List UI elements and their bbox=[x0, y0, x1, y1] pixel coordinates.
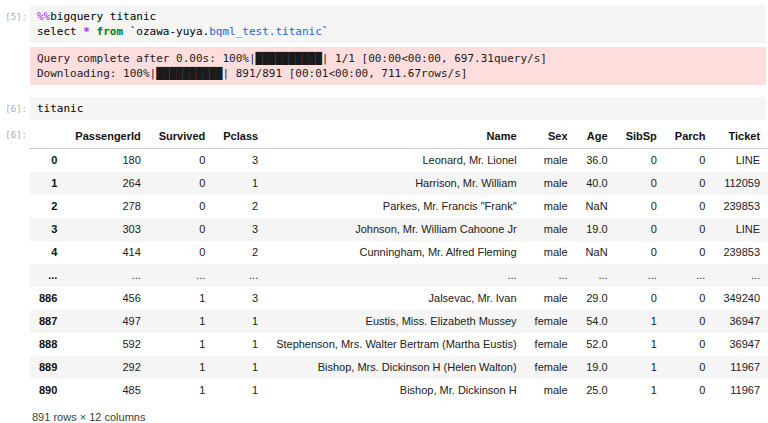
table-cell: 0 bbox=[617, 172, 666, 195]
table-row: 126401Harrison, Mr. Williammale40.000112… bbox=[30, 172, 768, 195]
table-cell: 1 bbox=[150, 287, 214, 310]
code-cell-query: [5]: %%bigquery titanic select * from `o… bbox=[0, 5, 768, 43]
table-cell: Johnson, Mr. William Cahoone Jr bbox=[267, 218, 525, 241]
table-cell: 1 bbox=[214, 172, 267, 195]
table-cell: 36.0 bbox=[577, 149, 617, 173]
column-header-sibsp: SibSp bbox=[617, 125, 666, 149]
table-cell: 1 bbox=[617, 333, 666, 356]
df-header-row: PassengerIdSurvivedPclassNameSexAgeSibSp… bbox=[30, 125, 768, 149]
table-cell: 3 bbox=[214, 149, 267, 173]
table-row: 89048511Bishop, Mr. Dickinson Hmale25.01… bbox=[30, 379, 768, 402]
table-row: 88929211Bishop, Mrs. Dickinson H (Helen … bbox=[30, 356, 768, 379]
table-cell: 1 bbox=[617, 310, 666, 333]
table-row: 330303Johnson, Mr. William Cahoone Jrmal… bbox=[30, 218, 768, 241]
table-cell: Cunningham, Mr. Alfred Fleming bbox=[267, 241, 525, 264]
sql-from-keyword: from bbox=[97, 25, 124, 38]
table-cell: 112059 bbox=[714, 172, 768, 195]
magic-command: bigquery titanic bbox=[50, 10, 156, 23]
table-cell: male bbox=[526, 172, 577, 195]
table-cell: ... bbox=[150, 264, 214, 287]
row-index: 3 bbox=[30, 218, 66, 241]
table-cell: 3 bbox=[214, 218, 267, 241]
table-cell: 497 bbox=[66, 310, 149, 333]
table-cell: ... bbox=[267, 264, 525, 287]
code-editor-display[interactable]: titanic bbox=[30, 97, 766, 120]
table-cell: 0 bbox=[666, 241, 715, 264]
table-cell: Harrison, Mr. William bbox=[267, 172, 525, 195]
table-cell: 0 bbox=[666, 333, 715, 356]
table-cell: 29.0 bbox=[577, 287, 617, 310]
table-cell: female bbox=[526, 310, 577, 333]
table-cell: 11967 bbox=[714, 356, 768, 379]
table-cell: 0 bbox=[617, 287, 666, 310]
output-prompt-6: [6]: bbox=[0, 123, 30, 142]
table-cell: 0 bbox=[666, 310, 715, 333]
row-index: 1 bbox=[30, 172, 66, 195]
column-header-survived: Survived bbox=[150, 125, 214, 149]
sql-select: select bbox=[37, 25, 83, 38]
table-cell: 0 bbox=[617, 195, 666, 218]
magic-marker: %% bbox=[37, 10, 50, 23]
column-header-ticket: Ticket bbox=[714, 125, 768, 149]
row-index: 887 bbox=[30, 310, 66, 333]
table-cell: 0 bbox=[617, 241, 666, 264]
table-row: 227802Parkes, Mr. Francis "Frank"maleNaN… bbox=[30, 195, 768, 218]
table-cell: Eustis, Miss. Elizabeth Mussey bbox=[267, 310, 525, 333]
table-cell: 0 bbox=[666, 172, 715, 195]
code-editor-query[interactable]: %%bigquery titanic select * from `ozawa-… bbox=[30, 5, 766, 43]
query-progress-line: Query complete after 0.00s: 100%|███████… bbox=[37, 52, 547, 65]
table-cell: Stephenson, Mrs. Walter Bertram (Martha … bbox=[267, 333, 525, 356]
table-cell: 1 bbox=[150, 379, 214, 402]
index-corner bbox=[30, 125, 66, 149]
row-index: 889 bbox=[30, 356, 66, 379]
row-index: 2 bbox=[30, 195, 66, 218]
table-cell: female bbox=[526, 356, 577, 379]
table-cell: male bbox=[526, 287, 577, 310]
column-header-parch: Parch bbox=[666, 125, 715, 149]
table-cell: 0 bbox=[666, 149, 715, 173]
table-cell: ... bbox=[66, 264, 149, 287]
download-progress-line: Downloading: 100%|██████████| 891/891 [0… bbox=[37, 67, 467, 80]
table-cell: 1 bbox=[617, 379, 666, 402]
table-cell: 0 bbox=[150, 195, 214, 218]
table-cell: 1 bbox=[214, 379, 267, 402]
table-cell: 278 bbox=[66, 195, 149, 218]
dataframe-output: PassengerIdSurvivedPclassNameSexAgeSibSp… bbox=[30, 123, 768, 402]
table-cell: LINE bbox=[714, 149, 768, 173]
table-cell: 19.0 bbox=[577, 356, 617, 379]
row-index: 888 bbox=[30, 333, 66, 356]
table-cell: 1 bbox=[214, 310, 267, 333]
table-cell: male bbox=[526, 149, 577, 173]
table-cell: 0 bbox=[666, 218, 715, 241]
closing-backtick: ` bbox=[322, 25, 329, 38]
table-cell: 0 bbox=[617, 149, 666, 173]
code-cell-display: [6]: titanic bbox=[0, 97, 768, 120]
output-area: [6]: PassengerIdSurvivedPclassNameSexAge… bbox=[0, 123, 768, 402]
table-cell: ... bbox=[714, 264, 768, 287]
table-row: 88645613Jalsevac, Mr. Ivanmale29.0003492… bbox=[30, 287, 768, 310]
table-cell: 0 bbox=[666, 287, 715, 310]
table-cell: NaN bbox=[577, 195, 617, 218]
notebook: [5]: %%bigquery titanic select * from `o… bbox=[0, 0, 768, 423]
table-cell: 456 bbox=[66, 287, 149, 310]
table-cell: male bbox=[526, 241, 577, 264]
column-header-age: Age bbox=[577, 125, 617, 149]
table-cell: 0 bbox=[666, 195, 715, 218]
table-cell: ... bbox=[666, 264, 715, 287]
column-header-passengerid: PassengerId bbox=[66, 125, 149, 149]
table-cell: 0 bbox=[150, 241, 214, 264]
table-cell: ... bbox=[617, 264, 666, 287]
variable-name: titanic bbox=[37, 102, 83, 115]
row-index: 886 bbox=[30, 287, 66, 310]
table-cell: 349240 bbox=[714, 287, 768, 310]
column-header-name: Name bbox=[267, 125, 525, 149]
table-cell: 11967 bbox=[714, 379, 768, 402]
table-row: 441402Cunningham, Mr. Alfred Flemingmale… bbox=[30, 241, 768, 264]
table-row: ....................................... bbox=[30, 264, 768, 287]
code-line-2: select * from `ozawa-yuya.bqml_test.tita… bbox=[37, 25, 328, 38]
table-cell: ... bbox=[526, 264, 577, 287]
table-cell: 1 bbox=[150, 356, 214, 379]
dataframe-shape-footer: 891 rows × 12 columns bbox=[32, 411, 768, 423]
table-cell: ... bbox=[214, 264, 267, 287]
table-cell: 1 bbox=[214, 356, 267, 379]
